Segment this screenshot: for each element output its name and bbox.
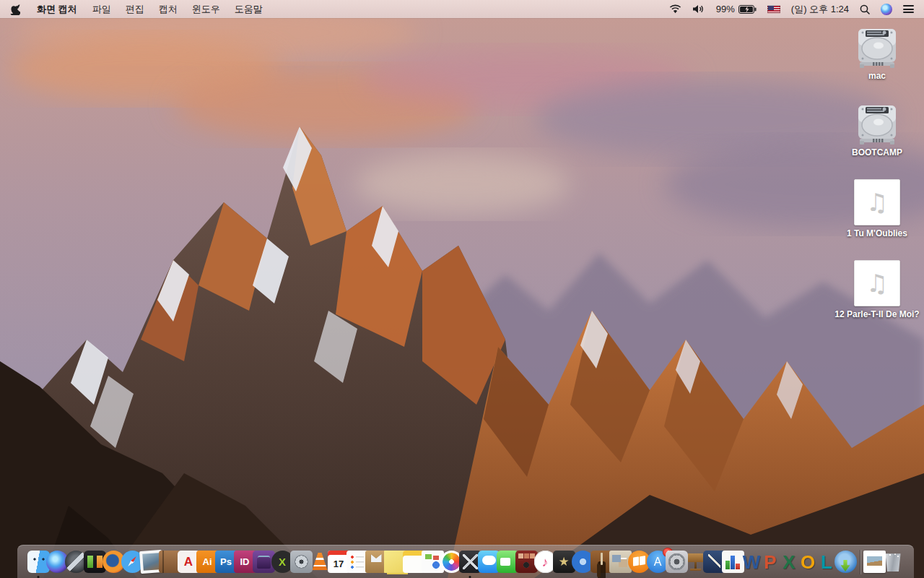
dock-item-calendar[interactable]: 17 xyxy=(329,545,348,578)
dock-item-app-store[interactable]: A4 xyxy=(648,545,667,578)
battery-percent: 99% xyxy=(716,4,735,14)
dock-item-messages[interactable] xyxy=(479,545,498,578)
lync-glyph: L xyxy=(821,553,832,571)
dock-item-keynote[interactable] xyxy=(686,545,705,578)
menu-label: 화면 캡처 xyxy=(37,3,77,16)
dock-item-ibooks[interactable] xyxy=(629,545,648,578)
dock-item-reminders[interactable] xyxy=(348,545,367,578)
dock-item-collage-app[interactable] xyxy=(611,545,629,578)
dock-item-photos[interactable] xyxy=(442,545,461,578)
menu-화면 캡처[interactable]: 화면 캡처 xyxy=(29,0,85,18)
dock-item-facetime[interactable] xyxy=(498,545,517,578)
itunes-glyph: ♪ xyxy=(542,556,549,569)
wifi-icon[interactable] xyxy=(669,4,681,14)
desktop: 화면 캡처파일편집캡처윈도우도움말 99% xyxy=(0,0,924,578)
music-note-glyph: ♫ xyxy=(866,271,888,296)
dock-item-toast[interactable] xyxy=(254,545,273,578)
dock-item-contacts[interactable] xyxy=(160,545,179,578)
acrobat-reader-glyph: A xyxy=(184,556,193,568)
desktop-icon-label: mac xyxy=(868,71,886,81)
imovie-glyph: ★ xyxy=(558,556,569,568)
dock-item-documents-app[interactable] xyxy=(423,545,442,578)
dock-item-vlc[interactable] xyxy=(310,545,329,578)
dock-item-launchpad[interactable] xyxy=(66,545,85,578)
dock-item-excel[interactable]: X xyxy=(780,545,798,578)
dock-item-pages[interactable] xyxy=(705,545,723,578)
dock-item-screen-capture[interactable] xyxy=(461,545,479,578)
menu-bar: 화면 캡처파일편집캡처윈도우도움말 99% xyxy=(0,0,924,18)
menu-bar-clock[interactable]: (일) 오후 1:24 xyxy=(791,3,849,16)
dock-item-lync[interactable]: L xyxy=(817,545,836,578)
dock-item-stickies[interactable] xyxy=(385,545,404,578)
volume-icon[interactable] xyxy=(692,4,705,14)
dock-item-numbers[interactable] xyxy=(723,545,742,578)
dock-item-ms-autoupdate[interactable] xyxy=(836,545,855,578)
menu-label: 도움말 xyxy=(235,3,263,16)
notification-center-icon[interactable] xyxy=(903,5,914,13)
dock-item-itunes[interactable]: ♪ xyxy=(536,545,554,578)
outlook-glyph: O xyxy=(801,553,815,571)
divx-glyph: X xyxy=(279,556,286,567)
dock-item-dvd-player[interactable] xyxy=(573,545,592,578)
dock-item-photo-booth[interactable] xyxy=(517,545,536,578)
spotlight-icon[interactable] xyxy=(860,4,870,14)
dock-item-notes[interactable] xyxy=(404,545,423,578)
dock-item-photoshop[interactable]: Ps xyxy=(217,545,235,578)
dock-item-device-transfer[interactable] xyxy=(85,545,104,578)
desktop-icon-bootcamp[interactable]: BOOTCAMP xyxy=(832,103,923,158)
dock-item-document-file[interactable] xyxy=(865,545,884,578)
dock-item-trash[interactable] xyxy=(884,545,902,578)
menu-편집[interactable]: 편집 xyxy=(118,0,152,18)
desktop-icon-tu-m-oublies[interactable]: ♫ 1 Tu M'Oublies xyxy=(832,179,923,238)
status-area: 99% (일) 오후 1:24 xyxy=(669,0,924,18)
dock-item-unarchiver[interactable] xyxy=(367,545,385,578)
dock-item-garageband[interactable] xyxy=(592,545,611,578)
siri-icon[interactable] xyxy=(881,4,892,15)
dock-item-imovie[interactable]: ★ xyxy=(554,545,573,578)
menu-label: 윈도우 xyxy=(192,3,220,16)
dock-item-safari[interactable] xyxy=(123,545,141,578)
audio-file-icon: ♫ xyxy=(854,179,900,225)
indesign-glyph: ID xyxy=(240,557,250,566)
hard-drive-icon xyxy=(854,26,900,68)
input-source-flag-icon[interactable] xyxy=(767,5,780,13)
dock-item-indesign[interactable]: ID xyxy=(235,545,254,578)
dock-item-preview[interactable] xyxy=(141,545,160,578)
dock-item-outlook[interactable]: O xyxy=(798,545,817,578)
apple-menu[interactable] xyxy=(0,0,29,18)
dock-item-finder[interactable] xyxy=(29,545,48,578)
dock-item-disk-utility[interactable] xyxy=(292,545,310,578)
powerpoint-glyph: P xyxy=(764,553,776,571)
app-store-glyph: A xyxy=(654,556,662,568)
desktop-icon-mac[interactable]: mac xyxy=(832,26,923,81)
dock-item-word[interactable]: W xyxy=(742,545,761,578)
menu-label: 편집 xyxy=(126,3,144,16)
ms-autoupdate-icon xyxy=(834,551,857,573)
hard-drive-icon xyxy=(854,103,900,144)
dock-item-divx[interactable]: X xyxy=(273,545,292,578)
menu-label: 캡처 xyxy=(159,3,178,16)
excel-glyph: X xyxy=(783,553,795,571)
menu-윈도우[interactable]: 윈도우 xyxy=(185,0,227,18)
dock-item-system-preferences[interactable] xyxy=(667,545,686,578)
menu-캡처[interactable]: 캡처 xyxy=(152,0,185,18)
menu-도움말[interactable]: 도움말 xyxy=(227,0,270,18)
battery-status[interactable]: 99% xyxy=(716,4,757,14)
desktop-icon-label: 1 Tu M'Oublies xyxy=(847,228,907,238)
dock-item-powerpoint[interactable]: P xyxy=(761,545,780,578)
dock-item-siri[interactable] xyxy=(48,545,66,578)
dock-item-firefox[interactable] xyxy=(104,545,123,578)
photoshop-glyph: Ps xyxy=(220,557,232,566)
desktop-icon-parle-t-il-de-moi[interactable]: ♫ 12 Parle-T-Il De Moi? xyxy=(832,260,923,319)
dock-item-acrobat-reader[interactable]: A xyxy=(179,545,198,578)
desktop-icon-label: BOOTCAMP xyxy=(852,147,902,158)
running-indicator-dot xyxy=(38,576,40,578)
desktop-icon-column: mac BOOTCAMP ♫ 1 Tu M'Oublies ♫ 12 Parle… xyxy=(832,26,923,319)
audio-file-icon: ♫ xyxy=(854,260,900,306)
word-glyph: W xyxy=(743,553,761,571)
trash-icon xyxy=(882,551,905,573)
apple-logo-icon xyxy=(10,4,20,15)
menu-label: 파일 xyxy=(92,3,111,16)
menu-파일[interactable]: 파일 xyxy=(85,0,118,18)
dock-item-illustrator[interactable]: Ai xyxy=(198,545,217,578)
